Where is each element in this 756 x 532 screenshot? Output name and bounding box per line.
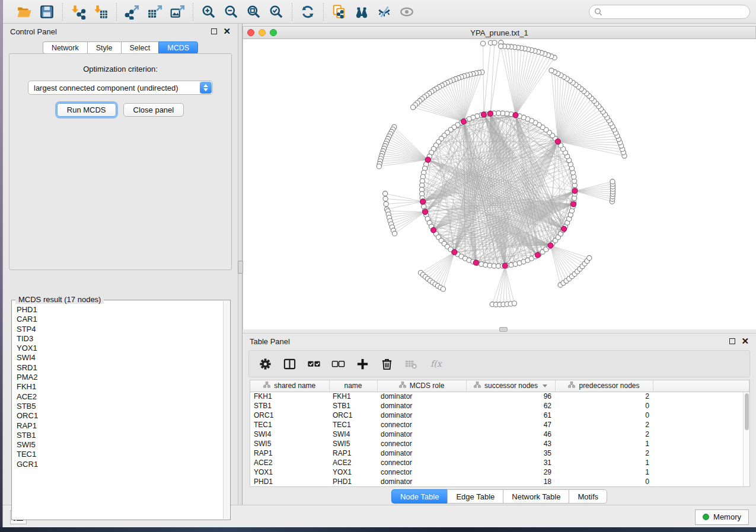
settings-gear-icon[interactable]	[259, 357, 272, 371]
select-all-icon[interactable]	[307, 357, 321, 371]
cell-shared_name[interactable]: FKH1	[250, 392, 329, 401]
cell-name[interactable]: FKH1	[329, 392, 377, 401]
splitter-grip[interactable]	[238, 261, 243, 274]
table-row[interactable]: SWI4SWI4dominator462	[250, 430, 749, 439]
column-header-successor-nodes[interactable]: successor nodes	[466, 380, 555, 392]
scrollbar-thumb[interactable]	[745, 393, 749, 430]
table-row[interactable]: TEC1TEC1connector472	[250, 420, 749, 430]
table-scrollbar[interactable]	[743, 392, 749, 486]
cell-name[interactable]: TEC1	[329, 420, 377, 430]
cell-name[interactable]: RAP1	[329, 448, 377, 458]
tab-edge-table[interactable]: Edge Table	[447, 489, 503, 504]
cell-mcds_role[interactable]: dominator	[377, 392, 466, 401]
cell-predecessor_nodes[interactable]: 1	[555, 467, 653, 477]
close-panel-icon[interactable]: ✕	[741, 338, 749, 344]
save-session-icon[interactable]	[37, 3, 56, 21]
mcds-result-item[interactable]: STB5	[17, 402, 223, 411]
mcds-result-item[interactable]: SWI4	[17, 353, 223, 363]
cell-name[interactable]: SWI5	[329, 439, 377, 448]
table-row[interactable]: RAP1RAP1dominator352	[250, 448, 749, 458]
zoom-in-icon[interactable]	[199, 3, 218, 21]
cell-successor_nodes[interactable]: 96	[466, 392, 555, 401]
add-column-icon[interactable]	[356, 357, 369, 371]
cell-shared_name[interactable]: SWI4	[250, 430, 329, 439]
clone-network-icon[interactable]	[330, 3, 349, 21]
mcds-result-item[interactable]: SWI5	[17, 440, 223, 450]
cell-predecessor_nodes[interactable]: 2	[555, 448, 653, 458]
tab-select[interactable]: Select	[121, 41, 159, 54]
mcds-result-item[interactable]: YOX1	[17, 344, 223, 353]
cell-predecessor_nodes[interactable]: 0	[555, 401, 653, 411]
cell-predecessor_nodes[interactable]: 2	[555, 420, 653, 430]
mcds-result-item[interactable]: FKH1	[17, 382, 223, 392]
table-row[interactable]: SWI5SWI5connector431	[250, 439, 749, 448]
cell-mcds_role[interactable]: dominator	[377, 430, 466, 439]
cell-mcds_role[interactable]: dominator	[377, 411, 466, 420]
cell-predecessor_nodes[interactable]: 2	[555, 430, 653, 439]
close-panel-button[interactable]: Close panel	[123, 103, 184, 117]
cell-predecessor_nodes[interactable]: 1	[555, 439, 653, 448]
cell-successor_nodes[interactable]: 35	[466, 448, 555, 458]
search-input[interactable]	[602, 8, 745, 16]
mcds-result-item[interactable]: CAR1	[17, 315, 223, 324]
export-table-icon[interactable]	[145, 3, 164, 21]
zoom-fit-icon[interactable]	[244, 3, 263, 21]
float-panel-icon[interactable]	[211, 28, 217, 34]
mcds-result-scrollbar[interactable]	[223, 301, 229, 519]
show-all-icon[interactable]	[397, 3, 416, 21]
network-canvas[interactable]	[243, 39, 756, 329]
cell-successor_nodes[interactable]: 43	[466, 439, 555, 448]
cell-shared_name[interactable]: PHD1	[250, 477, 329, 486]
cell-shared_name[interactable]: RAP1	[250, 448, 329, 458]
mcds-result-item[interactable]: PHD1	[17, 305, 223, 315]
cell-shared_name[interactable]: SWI5	[250, 439, 329, 448]
cell-mcds_role[interactable]: connector	[377, 420, 466, 430]
export-network-icon[interactable]	[123, 3, 142, 21]
cell-name[interactable]: PHD1	[329, 477, 377, 486]
table-row[interactable]: PHD1PHD1dominator180	[250, 477, 749, 486]
cell-predecessor_nodes[interactable]: 0	[555, 411, 653, 420]
vertical-splitter[interactable]	[238, 24, 243, 505]
mcds-result-item[interactable]: SRD1	[17, 363, 223, 373]
network-graph[interactable]	[243, 39, 756, 329]
mcds-result-item[interactable]: TEC1	[17, 450, 223, 459]
close-panel-icon[interactable]: ✕	[223, 28, 231, 34]
cell-mcds_role[interactable]: connector	[377, 458, 466, 467]
export-image-icon[interactable]	[168, 3, 187, 21]
search-box[interactable]	[589, 5, 750, 19]
first-neighbors-icon[interactable]	[352, 3, 371, 21]
column-header-MCDS-role[interactable]: MCDS role	[377, 380, 466, 392]
cell-successor_nodes[interactable]: 61	[466, 411, 555, 420]
optimization-criterion-dropdown[interactable]: largest connected component (undirected)	[28, 81, 213, 95]
mcds-result-item[interactable]: ORC1	[17, 411, 223, 421]
split-view-icon[interactable]	[283, 357, 296, 371]
table-row[interactable]: ORC1ORC1dominator610	[250, 411, 749, 420]
delete-column-icon[interactable]	[380, 357, 394, 371]
cell-mcds_role[interactable]: dominator	[377, 477, 466, 486]
table-row[interactable]: ACE2ACE2connector311	[250, 458, 749, 467]
horizontal-splitter[interactable]	[243, 329, 756, 333]
zoom-selected-icon[interactable]	[267, 3, 286, 21]
cell-predecessor_nodes[interactable]: 1	[555, 458, 653, 467]
cell-mcds_role[interactable]: connector	[377, 467, 466, 477]
cell-successor_nodes[interactable]: 62	[466, 401, 555, 411]
splitter-grip[interactable]	[499, 327, 508, 332]
column-header-shared-name[interactable]: shared name	[250, 380, 329, 392]
cell-successor_nodes[interactable]: 31	[466, 458, 555, 467]
cell-name[interactable]: STB1	[329, 401, 377, 411]
tab-node-table[interactable]: Node Table	[391, 489, 448, 504]
import-network-icon[interactable]	[69, 3, 88, 21]
open-file-icon[interactable]	[15, 3, 34, 21]
cell-shared_name[interactable]: ACE2	[250, 458, 329, 467]
tab-mcds[interactable]: MCDS	[158, 41, 198, 54]
hide-selected-icon[interactable]	[375, 3, 394, 21]
table-row[interactable]: STB1STB1dominator620	[250, 401, 749, 411]
memory-button[interactable]: Memory	[695, 509, 749, 525]
cell-shared_name[interactable]: TEC1	[250, 420, 329, 430]
cell-name[interactable]: YOX1	[329, 467, 377, 477]
cell-successor_nodes[interactable]: 46	[466, 430, 555, 439]
mcds-result-item[interactable]: GCR1	[17, 460, 223, 469]
table-row[interactable]: FKH1FKH1dominator962	[250, 392, 749, 401]
run-mcds-button[interactable]: Run MCDS	[57, 103, 116, 117]
import-table-icon[interactable]	[91, 3, 110, 21]
